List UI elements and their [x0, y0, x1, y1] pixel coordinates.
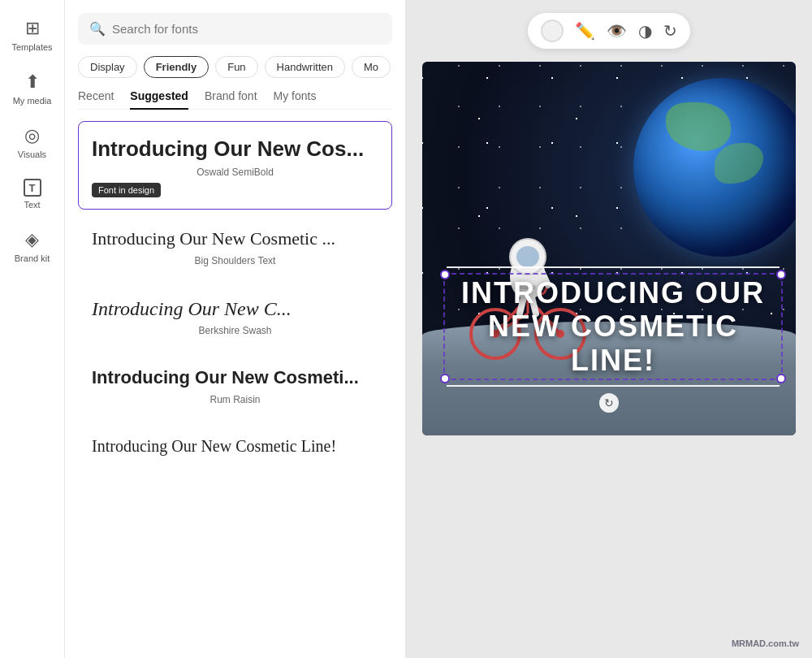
top-line	[447, 266, 780, 268]
chip-more[interactable]: Mo	[352, 56, 391, 78]
eye-icon[interactable]: 👁️	[607, 21, 627, 41]
pen-icon[interactable]: ✏️	[575, 21, 595, 41]
tab-my-fonts[interactable]: My fonts	[274, 89, 317, 109]
sidebar-item-label: Brand kit	[15, 253, 50, 263]
bottom-line	[447, 385, 780, 387]
font-item-rum-raisin[interactable]: Introducing Our New Cosmeti... Rum Raisi…	[78, 352, 392, 417]
sidebar-item-my-media[interactable]: ⬆ My media	[4, 63, 61, 114]
brand-kit-icon: ◈	[25, 229, 39, 250]
font-panel: 🔍 Display Friendly Fun Handwritten Mo Re…	[65, 0, 406, 658]
font-preview: Introducing Our New Cosmetic Line!	[92, 436, 378, 456]
tab-suggested[interactable]: Suggested	[130, 89, 188, 109]
font-preview: Introducing Our New Cosmetic ...	[92, 228, 378, 249]
font-preview: Introducing Our New Cos...	[92, 136, 378, 162]
font-item-big-shoulders[interactable]: Introducing Our New Cosmetic ... Big Sho…	[78, 213, 392, 278]
font-name: Big Shoulders Text	[92, 255, 378, 266]
text-overlay[interactable]: INTRODUCING OUR NEW COSMETIC LINE!	[447, 266, 780, 387]
chip-handwritten[interactable]: Handwritten	[265, 56, 345, 78]
sidebar-item-label: My media	[13, 96, 52, 106]
font-preview: Introducing Our New C...	[92, 297, 378, 321]
visuals-icon: ◎	[24, 125, 40, 146]
canvas-heading: INTRODUCING OUR NEW COSMETIC LINE!	[447, 276, 780, 377]
font-name: Rum Raisin	[92, 394, 378, 405]
chip-friendly[interactable]: Friendly	[144, 56, 209, 78]
my-media-icon: ⬆	[25, 71, 40, 93]
toolbar-top: ✏️ 👁️ ◑ ↻	[528, 13, 690, 49]
templates-icon: ⊞	[25, 18, 40, 39]
tab-brand-font[interactable]: Brand font	[205, 89, 257, 109]
contrast-icon[interactable]: ◑	[638, 21, 652, 41]
rotate-handle[interactable]: ↻	[599, 393, 619, 413]
handle-tr[interactable]	[776, 270, 786, 279]
text-icon: T	[24, 179, 41, 197]
font-name: Berkshire Swash	[92, 325, 378, 336]
chip-fun[interactable]: Fun	[215, 56, 257, 78]
font-item-handwritten[interactable]: Introducing Our New Cosmetic Line!	[78, 421, 392, 473]
font-tabs: Recent Suggested Brand font My fonts	[78, 89, 392, 110]
watermark: MRMAD.com.tw	[732, 639, 799, 648]
canvas-area: ✏️ 👁️ ◑ ↻	[406, 0, 812, 658]
color-picker[interactable]	[541, 19, 564, 42]
sidebar-item-label: Visuals	[18, 149, 46, 159]
search-icon: 🔍	[89, 21, 106, 37]
sidebar-item-label: Templates	[11, 42, 52, 52]
font-preview: Introducing Our New Cosmeti...	[92, 367, 378, 388]
handle-bl[interactable]	[440, 374, 450, 383]
font-list: Introducing Our New Cos... Oswald SemiBo…	[78, 121, 392, 658]
sidebar: ⊞ Templates ⬆ My media ◎ Visuals T Text …	[0, 0, 65, 658]
sidebar-item-text[interactable]: T Text	[4, 171, 61, 218]
search-input[interactable]	[112, 22, 381, 36]
refresh-icon[interactable]: ↻	[663, 21, 677, 41]
font-item-oswald[interactable]: Introducing Our New Cos... Oswald SemiBo…	[78, 121, 392, 210]
rotate-icon: ↻	[604, 396, 614, 409]
design-canvas: INTRODUCING OUR NEW COSMETIC LINE! ↻	[422, 62, 796, 435]
sidebar-item-label: Text	[24, 200, 40, 210]
svg-point-12	[516, 246, 539, 267]
handle-br[interactable]	[776, 374, 786, 383]
filter-chips: Display Friendly Fun Handwritten Mo	[78, 56, 392, 78]
search-bar: 🔍	[78, 13, 392, 45]
sidebar-item-visuals[interactable]: ◎ Visuals	[4, 117, 61, 167]
tab-recent[interactable]: Recent	[78, 89, 114, 109]
sidebar-item-brand-kit[interactable]: ◈ Brand kit	[4, 221, 61, 271]
font-item-berkshire[interactable]: Introducing Our New C... Berkshire Swash	[78, 282, 392, 349]
font-name: Oswald SemiBold	[92, 167, 378, 178]
font-badge: Font in design	[92, 183, 161, 197]
chip-display[interactable]: Display	[78, 56, 137, 78]
sidebar-item-templates[interactable]: ⊞ Templates	[4, 10, 61, 60]
handle-tl[interactable]	[440, 270, 450, 279]
